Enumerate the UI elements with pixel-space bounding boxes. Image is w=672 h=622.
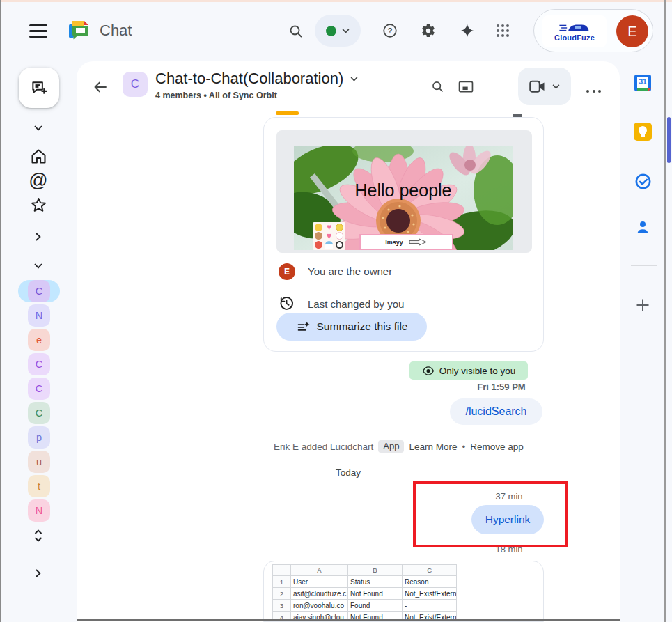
profile-avatar[interactable]: E	[616, 15, 648, 47]
sidebar-conversation-item-6[interactable]: C	[18, 402, 60, 424]
conversation-avatar: e	[28, 329, 50, 351]
sheet-row: 2asif@cloudfuze.cNot FoundNot_Exist/Exte…	[273, 588, 457, 600]
sheet-row-number: 3	[273, 600, 291, 612]
scrolled-tab-fragment	[276, 111, 299, 115]
space-title-block: Chat-to-Chat(Collaboration) 4 members • …	[155, 70, 358, 100]
video-options-chevron-icon[interactable]	[552, 84, 560, 89]
sheet-row: 3ron@voohalu.coFound-	[273, 600, 457, 612]
sheet-column-header: B	[348, 565, 403, 576]
sheet-row: 1UserStatusReason	[273, 576, 457, 588]
conversation-avatar: p	[28, 426, 50, 449]
sheet-row-number: 1	[273, 576, 291, 588]
gemini-sparkle-icon[interactable]	[460, 23, 475, 38]
sidebar-conversation-item-10[interactable]: N	[18, 499, 60, 522]
mentions-icon[interactable]: @	[0, 170, 77, 192]
window-top-edge	[0, 0, 672, 2]
sheet-row-number: 2	[273, 588, 291, 600]
spreadsheet-body: 1UserStatusReason2asif@cloudfuze.cNot Fo…	[273, 576, 457, 622]
slash-command-bubble[interactable]: /lucidSearch	[450, 398, 542, 425]
org-name: CloudFuze	[554, 33, 595, 42]
collapse-shortcuts-chevron[interactable]	[0, 125, 77, 131]
sheet-cell: Found	[348, 600, 403, 612]
space-subtitle: 4 members • All of Sync Orbit	[155, 91, 358, 100]
visibility-badge-label: Only visible to you	[439, 366, 516, 376]
space-title[interactable]: Chat-to-Chat(Collaboration)	[155, 70, 343, 88]
conversation-avatar: C	[28, 280, 50, 302]
new-chat-button[interactable]	[19, 68, 59, 108]
conversation-avatar: C	[28, 402, 50, 424]
expand-bottom-chevron[interactable]	[0, 569, 77, 577]
account-switcher[interactable]: CloudFuze E	[533, 9, 653, 52]
message-time-ago: 37 min	[451, 491, 567, 502]
sheet-cell: -	[403, 600, 457, 612]
apps-grid-icon[interactable]	[496, 24, 510, 38]
conversation-avatar: N	[28, 304, 50, 327]
window-left-edge	[0, 0, 1, 622]
spreadsheet-table: ABC 1UserStatusReason2asif@cloudfuze.cNo…	[272, 564, 457, 622]
system-message-text: Erik E added Lucidchart	[274, 442, 373, 452]
slash-command-text: /lucidSearch	[465, 405, 526, 418]
expand-section-chevron[interactable]	[0, 233, 77, 241]
help-icon[interactable]: ?	[382, 23, 398, 38]
conversation-avatar: u	[28, 451, 50, 473]
chat-panel: C Chat-to-Chat(Collaboration) 4 members …	[77, 61, 620, 622]
conversation-avatar: N	[28, 499, 50, 522]
visibility-badge: Only visible to you	[409, 361, 528, 380]
sidebar-conversation-item-7[interactable]: p	[18, 426, 60, 449]
sidebar-conversation-item-4[interactable]: C	[18, 353, 60, 375]
rail-divider	[631, 265, 657, 266]
space-avatar[interactable]: C	[123, 72, 148, 97]
sidebar-conversation-item-3[interactable]: e	[18, 329, 60, 351]
starred-icon[interactable]	[0, 196, 77, 215]
space-menu-chevron-icon[interactable]	[350, 77, 358, 81]
search-in-chat-icon[interactable]	[430, 79, 445, 94]
owner-avatar: E	[279, 263, 295, 280]
status-selector[interactable]	[315, 15, 361, 47]
tasks-app-icon[interactable]	[620, 172, 666, 191]
sticker-sheet: ♥ ♥	[313, 222, 345, 250]
file-preview-card[interactable]: Hello people ♥ ♥ lmsyy	[263, 117, 544, 352]
sidebar-conversation-item-1[interactable]: C	[18, 280, 60, 302]
conversation-avatar: C	[28, 378, 50, 400]
more-options-icon[interactable]	[585, 83, 602, 95]
google-chat-window: Chat ?	[0, 0, 672, 622]
main-menu-button[interactable]	[29, 21, 47, 41]
svg-text:?: ?	[387, 26, 392, 35]
picture-in-picture-icon[interactable]	[458, 81, 474, 93]
hyperlink-message-bubble[interactable]: Hyperlink	[471, 505, 544, 534]
flower-image: Hello people ♥ ♥ lmsyy	[294, 146, 513, 250]
contacts-app-icon[interactable]	[620, 218, 666, 236]
app-badge: App	[378, 440, 404, 453]
image-tag-label: lmsyy	[385, 239, 403, 246]
hyperlink[interactable]: Hyperlink	[485, 513, 531, 526]
get-add-ons-button[interactable]	[620, 297, 666, 313]
home-icon[interactable]	[0, 147, 77, 166]
conversation-list: CNeCCCputN	[0, 280, 77, 524]
keep-app-icon[interactable]	[620, 123, 666, 141]
image-caption: Hello people	[294, 180, 513, 201]
sidebar-conversation-item-5[interactable]: C	[18, 378, 60, 400]
scrollbar-thumb[interactable]	[667, 117, 671, 163]
sheet-cell: asif@cloudfuze.c	[291, 588, 348, 600]
sidebar-conversation-item-9[interactable]: t	[18, 475, 60, 497]
arrow-right-icon	[409, 238, 428, 246]
app-title: Chat	[100, 22, 132, 40]
search-icon[interactable]	[288, 23, 304, 40]
sidebar-conversation-item-8[interactable]: u	[18, 451, 60, 473]
chevron-down-icon	[342, 29, 350, 33]
summarize-file-button[interactable]: Summarize this file	[276, 313, 427, 341]
back-button[interactable]	[92, 79, 109, 95]
remove-app-link[interactable]: Remove app	[470, 442, 524, 452]
collapse-conversations-chevron[interactable]	[0, 263, 77, 269]
window-bottom-edge	[77, 619, 620, 621]
image-tag-box: lmsyy	[359, 234, 453, 250]
sidebar-conversation-item-2[interactable]: N	[18, 304, 60, 327]
sheet-column-header: A	[291, 565, 348, 576]
calendar-app-icon[interactable]: 31	[620, 74, 666, 92]
video-call-button[interactable]	[518, 68, 571, 105]
google-chat-logo-icon	[66, 18, 91, 43]
spreadsheet-preview-card[interactable]: ABC 1UserStatusReason2asif@cloudfuze.cNo…	[263, 561, 544, 622]
unfold-more-icon[interactable]	[0, 528, 77, 543]
learn-more-link[interactable]: Learn More	[409, 442, 457, 452]
settings-gear-icon[interactable]	[421, 23, 436, 38]
